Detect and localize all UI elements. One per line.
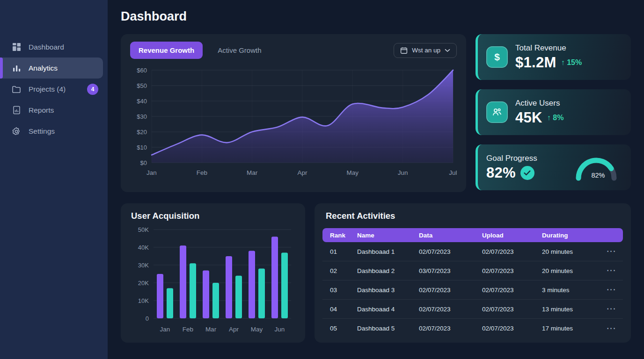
cell-upload: 02/07/2023 xyxy=(482,325,542,332)
column-header-durating: Durating xyxy=(542,232,598,239)
table-row: 01 Dashboaad 1 02/07/2023 02/07/2023 20 … xyxy=(322,242,623,261)
table-header: Rank Name Data Upload Durating xyxy=(322,228,623,242)
projects-count-badge: 4 xyxy=(87,84,98,95)
row-menu-icon[interactable]: ··· xyxy=(598,324,623,333)
cell-data: 02/07/2023 xyxy=(419,287,482,294)
stat-title: Total Revenue xyxy=(515,43,582,53)
cell-data: 03/07/2023 xyxy=(419,267,482,274)
sidebar-item-projects[interactable]: Projects (4) 4 xyxy=(0,79,108,100)
cell-duration: 20 minutes xyxy=(542,267,598,274)
sidebar-item-label: Settings xyxy=(29,127,55,136)
svg-text:Feb: Feb xyxy=(197,169,207,176)
cell-name: Dashboaad 3 xyxy=(357,287,419,294)
tab-revenue-growth[interactable]: Revenue Growth xyxy=(130,42,203,59)
row-menu-icon[interactable]: ··· xyxy=(598,305,623,313)
sidebar: Dashboard Analytics Projects (4) 4 Repor… xyxy=(0,0,108,359)
cell-rank: 05 xyxy=(330,325,357,332)
cell-name: Dashboaad 5 xyxy=(357,325,419,332)
stat-card-goal-progress: Goal Progress 82% 82% xyxy=(476,144,631,190)
column-header-rank: Rank xyxy=(330,232,357,239)
cell-upload: 02/07/2023 xyxy=(482,248,542,255)
svg-text:0: 0 xyxy=(146,315,149,322)
chevron-down-icon xyxy=(445,49,450,52)
svg-text:40K: 40K xyxy=(138,244,149,251)
svg-text:$30: $30 xyxy=(137,113,147,120)
table-row: 04 Dashboaad 4 02/07/2023 02/07/2023 13 … xyxy=(322,300,623,319)
cell-upload: 02/07/2023 xyxy=(482,287,542,294)
delta-up: ↑ 8% xyxy=(547,114,564,122)
cell-duration: 20 minutes xyxy=(542,248,598,255)
row-menu-icon[interactable]: ··· xyxy=(598,266,623,275)
stat-title: Goal Progress xyxy=(486,154,537,163)
delta-up: ↑ 15% xyxy=(561,58,582,67)
svg-text:$0: $0 xyxy=(140,159,147,166)
arrow-up-icon: ↑ xyxy=(547,114,551,122)
active-indicator-bar xyxy=(0,57,3,79)
date-range-label: Wst an up xyxy=(412,47,440,54)
sidebar-item-reports[interactable]: Reports xyxy=(0,100,108,121)
column-header-name: Name xyxy=(357,232,419,239)
cell-rank: 02 xyxy=(330,267,357,274)
stats-column: $ Total Revenue $1.2M ↑ 15% Active Users xyxy=(476,34,631,192)
check-icon xyxy=(520,166,534,180)
stat-card-active-users: Active Users 45K ↑ 8% xyxy=(476,89,631,135)
cell-data: 02/07/2023 xyxy=(419,306,482,313)
cell-upload: 02/07/2023 xyxy=(482,267,542,274)
svg-text:82%: 82% xyxy=(591,172,605,179)
calendar-icon xyxy=(400,47,408,54)
sidebar-item-label: Projects (4) xyxy=(29,85,66,93)
sidebar-item-dashboard[interactable]: Dashboard xyxy=(0,36,108,57)
cell-duration: 13 minutes xyxy=(542,306,598,313)
user-acquisition-bar-chart: 010K20K30K40K50KJanFebMarAprMayJun xyxy=(131,221,295,339)
svg-text:Jun: Jun xyxy=(275,326,285,333)
panel-title: Recent Activities xyxy=(322,211,623,221)
panel-title: User Acquisition xyxy=(131,211,295,221)
tab-active-growth[interactable]: Active Growth xyxy=(209,42,270,59)
svg-text:10K: 10K xyxy=(138,297,149,304)
dollar-icon: $ xyxy=(486,46,508,68)
svg-text:Feb: Feb xyxy=(183,326,193,333)
sidebar-item-label: Reports xyxy=(29,106,54,115)
report-icon xyxy=(11,105,22,115)
stat-card-total-revenue: $ Total Revenue $1.2M ↑ 15% xyxy=(476,34,631,80)
chart-tabs: Revenue Growth Active Growth Wst an up xyxy=(130,42,457,59)
recent-activities-panel: Recent Activities Rank Name Data Upload … xyxy=(315,203,631,343)
svg-text:Jan: Jan xyxy=(160,326,170,333)
revenue-chart-panel: Revenue Growth Active Growth Wst an up $… xyxy=(121,34,466,192)
sidebar-item-label: Analytics xyxy=(29,64,58,72)
row-menu-icon[interactable]: ··· xyxy=(598,286,623,294)
analytics-bars-icon xyxy=(11,63,22,73)
date-range-dropdown[interactable]: Wst an up xyxy=(394,43,457,58)
dashboard-grid-icon xyxy=(11,42,22,52)
svg-text:20K: 20K xyxy=(138,280,149,287)
svg-text:50K: 50K xyxy=(138,226,149,233)
svg-text:$10: $10 xyxy=(137,144,147,151)
table-row: 03 Dashboaad 3 02/07/2023 02/07/2023 3 m… xyxy=(322,280,623,300)
stat-value: 82% xyxy=(486,165,516,181)
cell-name: Dashboaad 4 xyxy=(357,306,419,313)
svg-text:Jan: Jan xyxy=(146,169,157,176)
svg-text:$20: $20 xyxy=(137,129,147,136)
cell-name: Dashboaad 2 xyxy=(357,267,419,274)
row-menu-icon[interactable]: ··· xyxy=(598,247,623,256)
user-acquisition-panel: User Acquisition 010K20K30K40K50KJanFebM… xyxy=(121,203,305,343)
cell-rank: 03 xyxy=(330,287,357,294)
table-row: 02 Dashboaad 2 03/07/2023 02/07/2023 20 … xyxy=(322,261,623,280)
cell-rank: 01 xyxy=(330,248,357,255)
sidebar-item-analytics[interactable]: Analytics xyxy=(0,57,103,79)
users-icon xyxy=(486,101,508,123)
sidebar-item-settings[interactable]: Settings xyxy=(0,121,108,142)
stat-value: 45K xyxy=(515,109,542,126)
page-title: Dashboard xyxy=(121,9,631,24)
svg-text:Mar: Mar xyxy=(247,169,258,176)
cell-upload: 02/07/2023 xyxy=(482,306,542,313)
cell-duration: 17 minutes xyxy=(542,325,598,332)
main-content: Dashboard Revenue Growth Active Growth W… xyxy=(108,0,644,359)
svg-text:May: May xyxy=(251,326,263,333)
column-header-upload: Upload xyxy=(482,232,542,239)
svg-text:Apr: Apr xyxy=(229,326,239,333)
svg-text:Apr: Apr xyxy=(297,169,307,176)
svg-text:$60: $60 xyxy=(137,67,147,74)
svg-text:$40: $40 xyxy=(137,98,147,105)
svg-text:$50: $50 xyxy=(137,82,147,89)
